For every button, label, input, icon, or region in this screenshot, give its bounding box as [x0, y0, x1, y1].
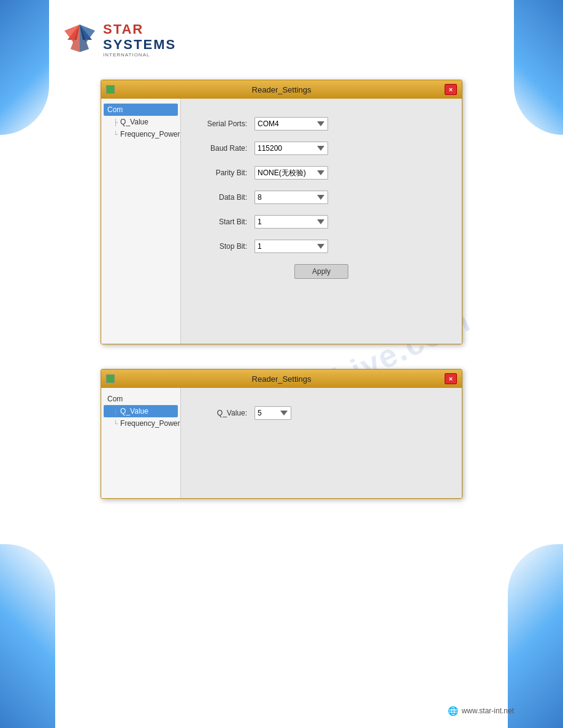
start-bit-select[interactable]: 1	[255, 215, 328, 229]
form-row-stop-bit: Stop Bit: 1 2	[199, 240, 443, 253]
baud-rate-label: Baud Rate:	[199, 144, 255, 153]
serial-ports-label: Serial Ports:	[199, 119, 255, 128]
data-bit-select[interactable]: 8 7 6	[255, 191, 328, 204]
apply-button-1[interactable]: Apply	[294, 264, 348, 279]
dialog1-settings-panel: Serial Ports: COM4 COM1 COM2 COM3 Baud R…	[181, 99, 462, 344]
q-value-label: Q_Value:	[199, 409, 255, 417]
dialog1-tree-panel: Com ├ Q_Value └ Frequency_Power	[101, 99, 181, 344]
tree-item-qvalue-2[interactable]: ├ Q_Value	[104, 405, 178, 417]
dialog1-close-button[interactable]: ×	[445, 84, 457, 95]
tree-line-3: ├	[113, 408, 118, 415]
tree-item-freq-2-label: Frequency_Power	[120, 419, 180, 428]
dialog1-body: Com ├ Q_Value └ Frequency_Power Serial P…	[101, 99, 462, 344]
footer-website: www.star-int.net	[462, 707, 514, 715]
serial-ports-select[interactable]: COM4 COM1 COM2 COM3	[255, 117, 328, 131]
data-bit-label: Data Bit:	[199, 193, 255, 202]
dialog2: Reader_Settings × Com ├ Q_Value └ Freque…	[101, 369, 462, 499]
dialog2-titlebar: Reader_Settings ×	[101, 370, 462, 388]
dialog2-body: Com ├ Q_Value └ Frequency_Power Q_Value:…	[101, 388, 462, 498]
dialog1: Reader_Settings × Com ├ Q_Value └ Freque…	[101, 80, 462, 344]
tree-item-freq-1-label: Frequency_Power	[120, 130, 180, 138]
form-row-data-bit: Data Bit: 8 7 6	[199, 191, 443, 204]
tree-item-freq-1[interactable]: └ Frequency_Power	[104, 128, 178, 140]
deco-right-bottom	[508, 544, 563, 728]
stop-bit-label: Stop Bit:	[199, 242, 255, 251]
baud-rate-select[interactable]: 115200 9600 19200 38400	[255, 142, 328, 155]
tree-item-qvalue-1[interactable]: ├ Q_Value	[104, 116, 178, 128]
dialog2-tree-panel: Com ├ Q_Value └ Frequency_Power	[101, 388, 181, 498]
form-row-baud-rate: Baud Rate: 115200 9600 19200 38400	[199, 142, 443, 155]
logo-systems-text: SYSTEMS	[103, 37, 176, 52]
main-content: Reader_Settings × Com ├ Q_Value └ Freque…	[0, 74, 563, 505]
tree-item-com-1[interactable]: Com	[104, 104, 178, 116]
deco-left-bottom	[0, 544, 55, 728]
logo-international-text: INTERNATIONAL	[103, 52, 176, 58]
dialog2-close-button[interactable]: ×	[445, 373, 457, 384]
tree-item-qvalue-1-label: Q_Value	[120, 118, 148, 126]
logo-area: STAR SYSTEMS INTERNATIONAL	[0, 0, 563, 74]
tree-item-qvalue-2-label: Q_Value	[120, 407, 148, 415]
form-row-q-value: Q_Value: 5 1 2 3 4 6 7 8	[199, 406, 443, 420]
footer-globe-icon: 🌐	[448, 706, 458, 716]
tree-line-4: └	[113, 420, 118, 427]
logo-star-text: STAR	[103, 22, 176, 37]
form-row-start-bit: Start Bit: 1	[199, 215, 443, 229]
dialog2-title-icon	[106, 374, 115, 383]
parity-bit-select[interactable]: NONE(无校验) ODD EVEN	[255, 166, 328, 180]
dialog1-titlebar: Reader_Settings ×	[101, 80, 462, 99]
tree-item-com-1-label: Com	[107, 105, 123, 114]
logo-text: STAR SYSTEMS INTERNATIONAL	[103, 22, 176, 57]
tree-line-1: ├	[113, 119, 118, 126]
logo-icon	[61, 18, 98, 61]
tree-item-com-2[interactable]: Com	[104, 393, 178, 405]
parity-bit-label: Parity Bit:	[199, 169, 255, 177]
dialog1-title-text: Reader_Settings	[118, 85, 445, 94]
footer: 🌐 www.star-int.net	[448, 706, 514, 716]
stop-bit-select[interactable]: 1 2	[255, 240, 328, 253]
tree-item-freq-2[interactable]: └ Frequency_Power	[104, 417, 178, 430]
tree-item-com-2-label: Com	[107, 395, 123, 403]
q-value-select[interactable]: 5 1 2 3 4 6 7 8	[255, 406, 291, 420]
tree-line-2: └	[113, 131, 118, 138]
start-bit-label: Start Bit:	[199, 218, 255, 226]
form-row-serial-ports: Serial Ports: COM4 COM1 COM2 COM3	[199, 117, 443, 131]
dialog2-title-text: Reader_Settings	[118, 374, 445, 384]
dialog2-settings-panel: Q_Value: 5 1 2 3 4 6 7 8	[181, 388, 462, 498]
dialog1-title-icon	[106, 85, 115, 94]
form-row-parity-bit: Parity Bit: NONE(无校验) ODD EVEN	[199, 166, 443, 180]
